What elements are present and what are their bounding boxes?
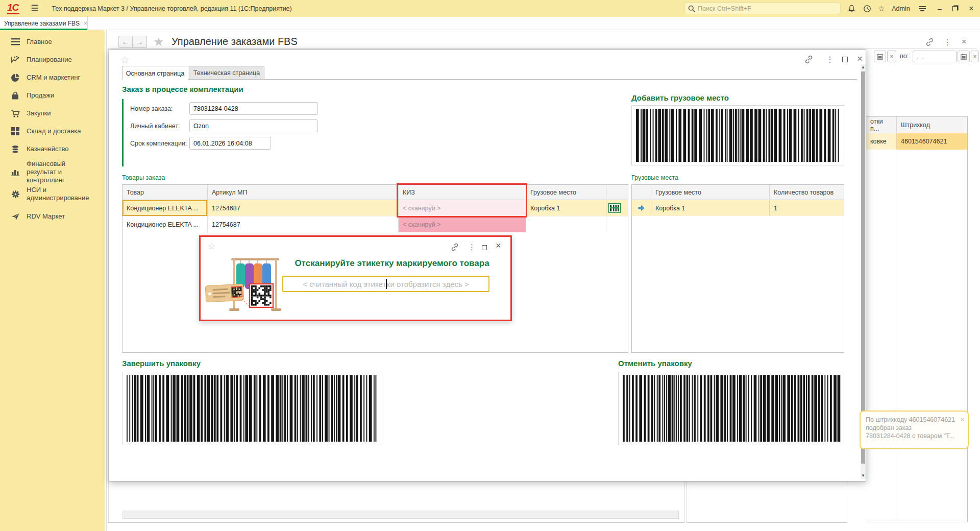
dialog-maximize-icon[interactable] — [842, 55, 848, 64]
search-input[interactable] — [698, 5, 837, 12]
history-icon[interactable] — [861, 0, 874, 17]
sidebar-divider — [106, 30, 107, 531]
window-tab-strip: Управление заказами FBS × — [0, 17, 980, 30]
products-table-title: Товары заказа — [122, 174, 165, 181]
toast-close-icon[interactable]: × — [960, 416, 964, 423]
add-cargo-barcode[interactable] — [631, 105, 844, 165]
product-row-1[interactable]: Кондиционер ELEKTA ... 12754687 < сканир… — [122, 200, 628, 216]
screen: 1С ☰ Тех поддержка Маркет 3 / Управление… — [0, 0, 980, 531]
page-header-divider — [108, 48, 977, 49]
col-cargo[interactable]: Грузовое место — [526, 185, 606, 200]
cancel-packing-title: Отменить упаковку — [618, 359, 692, 368]
col-kiz[interactable]: КИЗ — [399, 185, 526, 200]
bg-col-barcode[interactable]: Штрихкод — [897, 117, 967, 133]
sidebar-item-nsi-admin[interactable]: НСИ и администрирование — [0, 186, 105, 202]
date-from-calendar-icon[interactable] — [874, 51, 886, 62]
col-product[interactable]: Товар — [122, 185, 208, 200]
minimize-button[interactable]: – — [933, 0, 946, 17]
order-number-input[interactable]: 78031284-0428 — [189, 102, 318, 115]
bg-close-icon[interactable]: × — [962, 37, 966, 46]
global-search[interactable] — [684, 3, 841, 14]
service-menu-icon[interactable] — [916, 0, 929, 17]
date-to-input[interactable]: . . — [913, 51, 957, 62]
sidebar-item-rdv-market[interactable]: RDV Маркет — [0, 211, 105, 222]
back-button[interactable]: ← — [118, 36, 133, 48]
cargo-col-name[interactable]: Грузовое место — [651, 185, 770, 200]
notification-toast[interactable]: По штрихкоду 4601546074621 подобран зака… — [860, 411, 969, 449]
sidebar: Главное Планирование CRM и маркетинг Про… — [0, 30, 105, 531]
toast-line-3: 78031284-0428 с товаром "Т... — [866, 432, 957, 440]
finish-packing-title: Завершить упаковку — [122, 359, 201, 368]
tab-main-page[interactable]: Основная страница — [122, 66, 188, 80]
sidebar-item-planning[interactable]: Планирование — [0, 55, 105, 65]
scroll-up-arrow-icon[interactable]: ▲ — [861, 64, 866, 70]
sidebar-item-main[interactable]: Главное — [0, 37, 105, 47]
dialog-link-icon[interactable] — [804, 55, 813, 65]
dialog-scroll-thumb[interactable] — [861, 71, 865, 464]
nav-buttons: ← → — [118, 36, 147, 48]
bg-link-icon[interactable] — [925, 38, 934, 49]
cancel-packing-barcode[interactable] — [618, 372, 844, 445]
favorites-star-icon[interactable]: ☆ — [875, 0, 888, 17]
sidebar-item-financial-result[interactable]: Финансовый результат и контроллинг — [0, 160, 105, 184]
restore-button[interactable] — [948, 0, 962, 17]
finish-packing-barcode[interactable] — [122, 372, 382, 445]
planning-icon — [10, 55, 20, 65]
modal-close-icon[interactable]: × — [496, 240, 501, 251]
sidebar-item-purchasing[interactable]: Закупки — [0, 108, 105, 118]
scroll-down-arrow-icon[interactable]: ▼ — [861, 473, 866, 479]
dialog-close-icon[interactable]: × — [857, 53, 863, 64]
page-title: Управление заказами FBS — [172, 36, 298, 47]
product-row-2[interactable]: Кондиционер ELEKTA ... 12754687 < сканир… — [122, 216, 628, 232]
app-title: Тех поддержка Маркет 3 / Управление торг… — [52, 5, 292, 12]
bar-chart-icon — [10, 167, 20, 177]
bg-panel2-left-border — [687, 481, 687, 522]
col-icon — [606, 185, 628, 200]
forward-button[interactable]: → — [133, 36, 147, 48]
sidebar-item-treasury[interactable]: Казначейство — [0, 144, 105, 154]
placeholder-left: < считанный код этикет — [303, 280, 386, 288]
main-menu-icon[interactable]: ☰ — [31, 3, 38, 14]
date-to-clear-icon[interactable]: × — [971, 51, 979, 62]
tab-close-icon[interactable]: × — [84, 20, 87, 27]
date-to-calendar-icon[interactable] — [958, 51, 970, 62]
account-input[interactable]: Ozon — [189, 119, 318, 132]
sidebar-item-crm[interactable]: CRM и маркетинг — [0, 73, 105, 83]
toast-line-1: По штрихкоду 4601546074621 — [866, 416, 957, 424]
close-app-button[interactable]: × — [965, 0, 978, 17]
dialog-favorite-star-icon[interactable]: ☆ — [120, 54, 129, 66]
modal-favorite-star-icon[interactable]: ☆ — [208, 241, 215, 252]
row-barcode-icon[interactable] — [606, 200, 628, 216]
cargo-table: Грузовое место Количество товаров Коробк… — [631, 184, 844, 353]
bg-panel2-right-border — [847, 481, 847, 522]
tab-fbs-orders[interactable]: Управление заказами FBS × — [0, 17, 88, 30]
notifications-bell-icon[interactable] — [845, 0, 858, 17]
bg-panel2-bottom-border — [687, 522, 847, 523]
page-favorite-star-icon[interactable]: ★ — [153, 35, 164, 49]
1c-logo-icon: 1С — [7, 3, 19, 14]
bg-col-1[interactable]: отки п... — [866, 117, 897, 133]
sidebar-item-sales[interactable]: Продажи — [0, 90, 105, 101]
bg-horizontal-scrollbar[interactable]: ◄ ► — [122, 511, 679, 519]
modal-more-menu-icon[interactable]: ⋮ — [468, 243, 476, 252]
bg-more-menu-icon[interactable]: ⋮ — [944, 38, 951, 47]
col-article[interactable]: Артикул МП — [208, 185, 399, 200]
tab-technical-page[interactable]: Техническая страница — [189, 66, 264, 80]
dialog-more-menu-icon[interactable]: ⋮ — [826, 55, 834, 64]
cargo-col-qty[interactable]: Количество товаров — [770, 185, 844, 200]
bg-table-row[interactable]: ковке 4601546074621 — [866, 133, 967, 150]
kiz-cell-2: < сканируй > — [399, 216, 526, 232]
scan-code-input[interactable]: < считанный код этикетки отобразится зде… — [282, 276, 489, 292]
tab-label: Управление заказами FBS — [4, 20, 80, 27]
modal-maximize-icon[interactable] — [482, 243, 487, 252]
scan-illustration — [205, 251, 282, 321]
deadline-input[interactable]: 06.01.2026 16:04:08 — [189, 137, 271, 150]
user-name[interactable]: Admin — [889, 0, 913, 17]
sidebar-item-warehouse[interactable]: Склад и доставка — [0, 126, 105, 136]
cargo-row-1[interactable]: Коробка 1 1 — [632, 200, 844, 216]
date-from-clear-icon[interactable]: × — [887, 51, 896, 62]
products-header-row: Товар Артикул МП КИЗ Грузовое место — [122, 185, 628, 200]
modal-link-icon[interactable] — [451, 243, 459, 253]
section-title: Заказ в процессе комплектации — [122, 85, 243, 93]
bg-panel-right-border — [684, 481, 685, 522]
